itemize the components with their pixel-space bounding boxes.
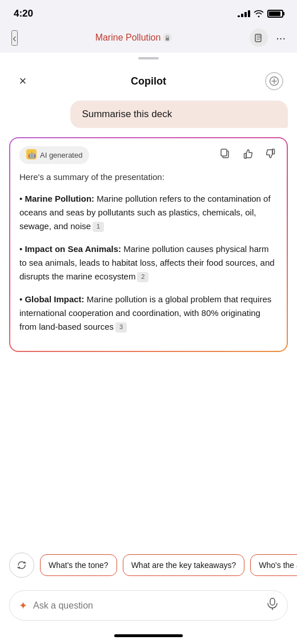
wifi-icon [254, 9, 264, 19]
nav-icon-button[interactable] [250, 29, 268, 47]
microphone-icon[interactable] [267, 598, 278, 613]
ask-bar: ✦ [0, 585, 297, 630]
suggestion-chip-2[interactable]: What are the key takeaways? [123, 554, 245, 576]
ai-badge-label: AI generated [40, 151, 82, 159]
battery-icon [267, 10, 283, 18]
ai-bullet-1-title: Marine Pollution: [25, 194, 94, 203]
ai-response-card: 🤖 AI generated [9, 137, 288, 352]
drag-indicator [138, 57, 159, 59]
status-icons [238, 9, 283, 19]
status-time: 4:20 [14, 8, 33, 19]
home-bar [114, 634, 183, 637]
citation-3[interactable]: 3 [115, 322, 127, 333]
ai-generated-badge: 🤖 AI generated [19, 146, 89, 164]
copy-button[interactable] [218, 147, 232, 163]
suggestions-row: What's the tone? What are the key takeaw… [0, 546, 297, 585]
ai-bullet-1: • Marine Pollution: Marine pollution ref… [19, 192, 278, 233]
ask-input[interactable] [33, 601, 261, 611]
refresh-suggestions-button[interactable] [9, 553, 34, 578]
svg-rect-6 [221, 149, 227, 156]
thumbs-up-button[interactable] [241, 147, 255, 163]
ai-bullet-3-title: Global Impact: [25, 294, 84, 304]
svg-rect-7 [270, 598, 275, 605]
user-message-bubble: Summarise this deck [70, 101, 288, 128]
nav-title: Marine Pollution [95, 33, 172, 43]
nav-right: ··· [250, 29, 286, 47]
new-chat-button[interactable] [265, 72, 283, 90]
signal-icon [238, 10, 250, 17]
sparkle-icon: ✦ [19, 599, 27, 612]
citation-2[interactable]: 2 [137, 272, 148, 282]
phone-frame: 4:20 ‹ Marine Pollution [0, 0, 297, 644]
thumbs-down-button[interactable] [264, 147, 278, 163]
close-button[interactable]: × [14, 72, 32, 90]
ai-card-actions [218, 147, 278, 163]
more-menu-button[interactable]: ··· [276, 31, 286, 45]
ai-bullet-3: • Global Impact: Marine pollution is a g… [19, 293, 278, 334]
citation-1[interactable]: 1 [93, 222, 104, 232]
svg-text:🤖: 🤖 [28, 151, 36, 159]
ask-input-wrapper: ✦ [9, 590, 288, 621]
back-button[interactable]: ‹ [11, 30, 18, 46]
copilot-title: Copilot [131, 75, 166, 87]
ai-card-header: 🤖 AI generated [19, 146, 278, 164]
nav-lock-icon [163, 33, 172, 42]
top-nav-bar: ‹ Marine Pollution ··· [0, 24, 297, 53]
copilot-header: × Copilot [0, 62, 297, 98]
ai-bullet-2-title: Impact on Sea Animals: [25, 244, 121, 254]
chat-content: Summarise this deck 🤖 AI generated [0, 98, 297, 546]
suggestion-chip-3[interactable]: Who's the audience? [250, 554, 297, 576]
status-bar: 4:20 [0, 0, 297, 24]
ai-badge-icon: 🤖 [26, 149, 37, 161]
ai-bullet-2: • Impact on Sea Animals: Marine pollutio… [19, 242, 278, 283]
copilot-panel: × Copilot Summarise this deck [0, 62, 297, 630]
nav-title-text: Marine Pollution [95, 33, 161, 43]
user-message-text: Summarise this deck [82, 109, 172, 119]
ai-intro-text: Here's a summary of the presentation: [19, 171, 278, 184]
suggestion-chip-1[interactable]: What's the tone? [40, 554, 117, 576]
home-indicator [0, 630, 297, 644]
svg-rect-0 [166, 38, 169, 41]
